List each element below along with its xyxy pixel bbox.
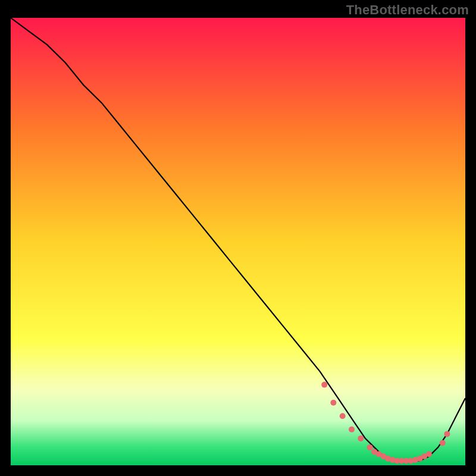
watermark-text: TheBottleneck.com <box>346 2 469 18</box>
chart-container: TheBottleneck.com <box>0 0 476 476</box>
marker-point <box>367 444 373 450</box>
marker-point <box>440 440 446 446</box>
marker-point <box>340 413 346 419</box>
marker-point <box>426 451 432 457</box>
chart-svg <box>11 18 465 465</box>
plot-area <box>11 18 465 465</box>
marker-point <box>358 436 364 441</box>
marker-point <box>349 427 355 433</box>
marker-point <box>321 382 327 388</box>
marker-point <box>330 400 336 406</box>
gradient-background <box>11 18 465 465</box>
marker-point <box>444 431 450 437</box>
